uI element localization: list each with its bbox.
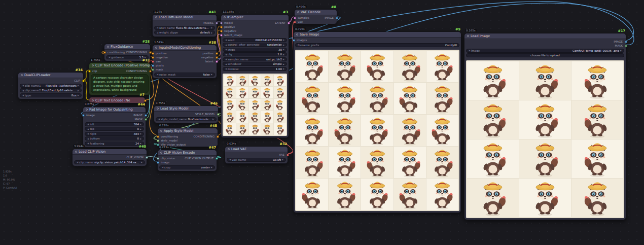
decrement-arrow-icon[interactable]: ◀ bbox=[225, 63, 227, 65]
collapse-dot-icon[interactable] bbox=[157, 108, 159, 110]
negative-input-port[interactable] bbox=[220, 30, 223, 32]
decrement-arrow-icon[interactable]: ◀ bbox=[22, 89, 24, 92]
increment-arrow-icon[interactable]: ▶ bbox=[141, 161, 142, 163]
widget-control_after_generate[interactable]: ◀control_after_generaterandomize▶ bbox=[223, 43, 287, 47]
MODEL-output-port[interactable] bbox=[216, 22, 218, 24]
widget-clip_name1[interactable]: ◀clip_name1Flux/clip_l.safetensors▶ bbox=[20, 84, 82, 88]
node-load-diffusion-model[interactable]: 1.27s #41 Load Diffusion Model MODEL ◀un… bbox=[152, 14, 217, 37]
widget-image[interactable]: ◀imageComfyUI_temp_oztbl_00036_.png▶ bbox=[466, 49, 624, 53]
style_model-input-port[interactable] bbox=[157, 139, 159, 142]
increment-arrow-icon[interactable]: ▶ bbox=[283, 67, 284, 70]
decrement-arrow-icon[interactable]: ◀ bbox=[22, 94, 24, 96]
collapse-dot-icon[interactable] bbox=[107, 46, 109, 48]
decrement-arrow-icon[interactable]: ◀ bbox=[87, 123, 89, 125]
widget-unet_name[interactable]: ◀unet_nameflux1-fill-dev.safetensors▶ bbox=[154, 26, 215, 30]
collapse-dot-icon[interactable] bbox=[155, 16, 157, 18]
decrement-arrow-icon[interactable]: ◀ bbox=[229, 158, 231, 161]
node-header[interactable]: FluxGuidance bbox=[104, 44, 150, 50]
increment-arrow-icon[interactable]: ▶ bbox=[282, 158, 283, 161]
collapse-dot-icon[interactable] bbox=[224, 16, 226, 18]
collapse-dot-icon[interactable] bbox=[160, 152, 162, 154]
node-clip-vision-encode[interactable]: 0.271s #47 CLIP Vision Encode clip_visio… bbox=[157, 150, 217, 171]
increment-arrow-icon[interactable]: ▶ bbox=[212, 118, 214, 120]
node-inpaint-model-conditioning[interactable]: 1.549s #38 InpaintModelConditioning posi… bbox=[152, 45, 217, 79]
node-header[interactable]: Load Style Model bbox=[154, 106, 218, 112]
increment-arrow-icon[interactable]: ▶ bbox=[283, 58, 284, 60]
increment-arrow-icon[interactable]: ▶ bbox=[140, 137, 141, 140]
increment-arrow-icon[interactable]: ▶ bbox=[140, 128, 141, 130]
decrement-arrow-icon[interactable]: ◀ bbox=[469, 49, 470, 52]
decrement-arrow-icon[interactable]: ◀ bbox=[87, 142, 89, 145]
increment-arrow-icon[interactable]: ▶ bbox=[78, 84, 79, 87]
decrement-arrow-icon[interactable]: ◀ bbox=[225, 53, 227, 56]
decrement-arrow-icon[interactable]: ◀ bbox=[157, 73, 158, 76]
increment-arrow-icon[interactable]: ▶ bbox=[140, 123, 141, 125]
node-load-vae[interactable]: 0.034s #32 Load VAE VAE ◀vae_nameae.sft▶ bbox=[225, 146, 288, 164]
positive-output-port[interactable] bbox=[216, 52, 218, 55]
samples-input-port[interactable] bbox=[294, 17, 296, 19]
CONDITIONING-output-port[interactable] bbox=[217, 135, 219, 138]
pixels-input-port[interactable] bbox=[152, 64, 154, 67]
node-header[interactable]: InpaintModelConditioning bbox=[153, 45, 217, 51]
increment-arrow-icon[interactable]: ▶ bbox=[211, 26, 212, 29]
collapse-dot-icon[interactable] bbox=[296, 33, 298, 36]
LATENT-output-port[interactable] bbox=[288, 22, 290, 24]
widget-text[interactable]: A cartoon raccoon character design diagr… bbox=[91, 74, 149, 93]
decrement-arrow-icon[interactable]: ◀ bbox=[225, 39, 227, 41]
node-load-style-model[interactable]: 0.755s #46 Load Style Model STYLE_MODEL … bbox=[154, 106, 219, 123]
widget-scheduler[interactable]: ◀schedulersimple▶ bbox=[223, 62, 287, 66]
node-header[interactable]: Load Image bbox=[464, 33, 626, 39]
widget-weight_dtype[interactable]: ◀weight_dtypedefault▶ bbox=[154, 30, 215, 34]
widget-clip_name[interactable]: ◀clip_namesigclip_vision_patch14_384.saf… bbox=[74, 160, 145, 164]
decrement-arrow-icon[interactable]: ◀ bbox=[225, 48, 227, 51]
decrement-arrow-icon[interactable]: ◀ bbox=[225, 44, 227, 46]
CLIP VISION OUTPUT-output-port[interactable] bbox=[216, 157, 218, 160]
node-header[interactable]: DualCLIPLoader bbox=[18, 73, 83, 78]
graph-canvas[interactable]: #34 DualCLIPLoader CLIP ◀clip_name1Flux/… bbox=[0, 0, 644, 245]
widget-cfg[interactable]: ◀cfg1.0▶ bbox=[223, 52, 287, 56]
VAE-output-port[interactable] bbox=[287, 154, 289, 156]
widget-feathering[interactable]: ◀feathering24▶ bbox=[85, 142, 144, 146]
CLIP-output-port[interactable] bbox=[82, 80, 85, 82]
conditioning-input-port[interactable] bbox=[157, 135, 159, 138]
decrement-arrow-icon[interactable]: ◀ bbox=[157, 26, 158, 29]
decrement-arrow-icon[interactable]: ◀ bbox=[158, 118, 160, 120]
negative-input-port[interactable] bbox=[152, 56, 154, 59]
collapse-dot-icon[interactable] bbox=[155, 47, 157, 49]
CONDITIONING-output-port[interactable] bbox=[149, 51, 152, 54]
images-input-port[interactable] bbox=[293, 39, 295, 42]
positive-input-port[interactable] bbox=[220, 26, 223, 28]
CLIP_VISION-output-port[interactable] bbox=[146, 156, 148, 159]
MASK-output-port[interactable] bbox=[625, 45, 627, 47]
widget-crop[interactable]: ◀cropcenter▶ bbox=[159, 165, 215, 169]
positive-input-port[interactable] bbox=[152, 52, 154, 55]
widget-left[interactable]: ◀left384▶ bbox=[85, 122, 144, 126]
node-load-clip-vision[interactable]: 3.994s #40 Load CLIP Vision CLIP_VISION … bbox=[72, 149, 147, 166]
node-apply-style-model[interactable]: 6.228s #45 Apply Style Model conditionin… bbox=[157, 128, 218, 147]
widget-noise_mask[interactable]: ◀noise_maskfalse▶ bbox=[154, 73, 215, 77]
node-header[interactable]: Save Image bbox=[294, 32, 461, 38]
increment-arrow-icon[interactable]: ▶ bbox=[283, 48, 284, 51]
increment-arrow-icon[interactable]: ▶ bbox=[283, 39, 284, 41]
STYLE_MODEL-output-port[interactable] bbox=[217, 113, 220, 116]
node-dualcliploader[interactable]: #34 DualCLIPLoader CLIP ◀clip_name1Flux/… bbox=[18, 72, 84, 99]
decrement-arrow-icon[interactable]: ◀ bbox=[225, 67, 227, 70]
IMAGE-output-port[interactable] bbox=[145, 114, 147, 117]
node-header[interactable]: Load Diffusion Model bbox=[153, 15, 217, 20]
model-input-port[interactable] bbox=[220, 22, 223, 24]
node-header[interactable]: CLIP Text Encode (Positive Prompt) bbox=[89, 63, 150, 68]
latent-output-port[interactable] bbox=[216, 60, 218, 63]
node-header[interactable]: Load VAE bbox=[225, 147, 288, 152]
node-header[interactable]: Pad Image for Outpainting bbox=[83, 107, 146, 113]
decrement-arrow-icon[interactable]: ◀ bbox=[225, 58, 227, 60]
node-header[interactable]: CLIP Text Encode (Ne bbox=[89, 97, 145, 103]
widget-right[interactable]: ◀right384▶ bbox=[85, 132, 144, 136]
collapse-dot-icon[interactable] bbox=[467, 35, 469, 37]
node-pad-image-for-outpainting[interactable]: 0.675s #44 Pad Image for Outpainting ima… bbox=[83, 107, 146, 148]
collapse-dot-icon[interactable] bbox=[297, 11, 299, 13]
collapse-dot-icon[interactable] bbox=[92, 64, 94, 66]
conditioning-input-port[interactable] bbox=[103, 51, 106, 54]
increment-arrow-icon[interactable]: ▶ bbox=[283, 53, 284, 56]
clip_vision-input-port[interactable] bbox=[157, 157, 159, 160]
MASK-output-port[interactable] bbox=[145, 118, 147, 121]
